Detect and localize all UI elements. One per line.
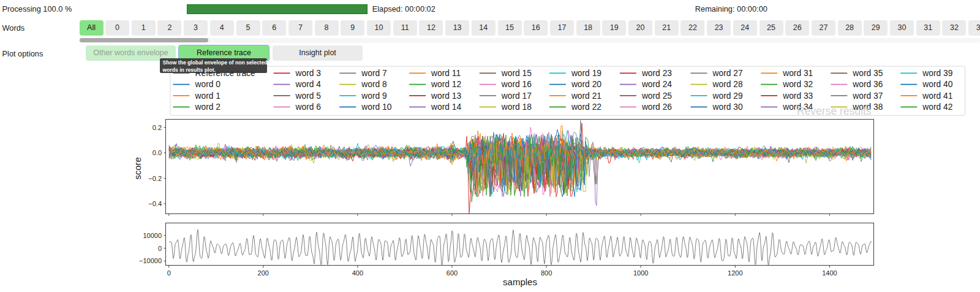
svg-text:word 8: word 8: [361, 80, 387, 89]
svg-text:0.0: 0.0: [153, 149, 162, 156]
svg-text:word 11: word 11: [431, 69, 461, 78]
svg-text:word 1: word 1: [195, 91, 221, 101]
svg-text:word 7: word 7: [361, 69, 386, 78]
svg-text:−0.2: −0.2: [148, 175, 162, 182]
svg-text:word 37: word 37: [852, 91, 883, 101]
svg-text:word 25: word 25: [641, 91, 672, 101]
svg-text:1400: 1400: [822, 269, 837, 277]
svg-text:word 36: word 36: [852, 80, 883, 89]
svg-text:word 19: word 19: [571, 69, 601, 78]
svg-text:word 27: word 27: [712, 69, 743, 78]
svg-text:word 18: word 18: [501, 102, 532, 112]
svg-text:word 21: word 21: [571, 91, 601, 101]
svg-text:word 35: word 35: [852, 69, 883, 78]
svg-text:word 40: word 40: [922, 80, 952, 89]
svg-text:word 13: word 13: [431, 91, 461, 101]
svg-text:10000: 10000: [143, 232, 162, 239]
svg-text:1000: 1000: [633, 269, 648, 277]
svg-text:200: 200: [258, 269, 269, 277]
svg-text:word 2: word 2: [195, 102, 221, 112]
svg-text:word 23: word 23: [641, 69, 672, 78]
svg-text:1200: 1200: [728, 269, 742, 277]
svg-text:word 16: word 16: [501, 80, 532, 89]
svg-text:samples: samples: [503, 277, 537, 287]
svg-text:word 5: word 5: [295, 91, 322, 101]
svg-text:word 10: word 10: [361, 102, 391, 112]
svg-text:word 4: word 4: [295, 80, 322, 89]
svg-text:0: 0: [158, 245, 162, 252]
svg-text:−0.4: −0.4: [148, 200, 162, 207]
svg-text:word 22: word 22: [571, 102, 601, 112]
svg-text:word 42: word 42: [922, 102, 952, 112]
svg-text:0: 0: [167, 269, 171, 277]
svg-text:400: 400: [352, 269, 363, 277]
svg-text:word 24: word 24: [641, 80, 672, 89]
svg-text:word 39: word 39: [922, 69, 952, 78]
svg-text:word 3: word 3: [295, 69, 322, 78]
svg-text:word 26: word 26: [641, 102, 672, 112]
svg-text:word 0: word 0: [195, 80, 221, 89]
svg-text:word 28: word 28: [712, 80, 743, 89]
svg-text:word 15: word 15: [501, 69, 532, 78]
svg-text:−10000: −10000: [139, 257, 162, 264]
svg-text:word 9: word 9: [361, 91, 387, 101]
svg-text:score: score: [132, 157, 143, 180]
svg-text:600: 600: [447, 269, 458, 277]
svg-text:word 30: word 30: [712, 102, 743, 112]
svg-text:word 20: word 20: [571, 80, 601, 89]
svg-text:word 17: word 17: [501, 91, 532, 101]
svg-text:word 14: word 14: [431, 102, 461, 112]
svg-text:word 6: word 6: [295, 102, 322, 112]
svg-text:800: 800: [541, 269, 552, 277]
svg-text:word 31: word 31: [782, 69, 813, 78]
svg-text:Reverse results: Reverse results: [797, 105, 872, 117]
svg-text:word 12: word 12: [431, 80, 461, 89]
svg-text:word 32: word 32: [782, 80, 813, 89]
svg-text:word 41: word 41: [922, 91, 952, 101]
svg-text:0.2: 0.2: [153, 124, 162, 131]
svg-text:word 33: word 33: [782, 91, 813, 101]
svg-text:word 29: word 29: [712, 91, 743, 101]
